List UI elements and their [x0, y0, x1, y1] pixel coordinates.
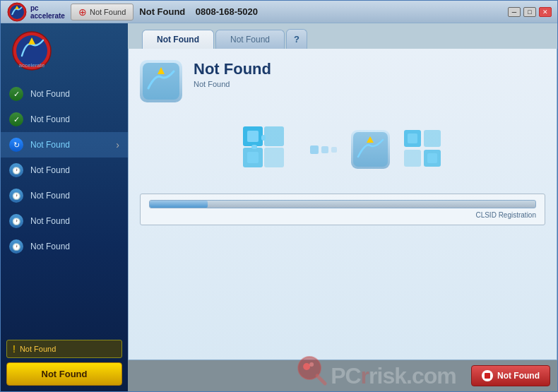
magnifier-icon — [294, 352, 329, 388]
bottom-action-button[interactable]: Not Found — [471, 365, 550, 386]
svg-line-30 — [317, 376, 325, 384]
minimize-button[interactable]: ─ — [508, 7, 521, 17]
panel-subtitle: Not Found — [194, 80, 271, 88]
pcrisk-suffix: risk.com — [369, 363, 456, 388]
panel-title-area: Not Found Not Found — [194, 60, 271, 88]
sidebar-logo-icon: accelerate — [9, 30, 55, 71]
svg-rect-11 — [247, 131, 259, 142]
app-icon-center — [351, 130, 390, 169]
svg-rect-15 — [264, 148, 284, 167]
tab2-label: Not Found — [230, 35, 270, 44]
right-panel: Not Found Not Found ? — [128, 23, 557, 391]
sidebar-label-0: Not Found — [30, 89, 119, 99]
clock-icon-5: 🕐 — [9, 214, 23, 228]
pcrisk-text-main: PCrrisk.com — [331, 363, 456, 389]
svg-point-29 — [309, 362, 314, 367]
svg-rect-16 — [261, 135, 266, 141]
tab-help-label: ? — [294, 34, 299, 44]
icons-row — [140, 126, 545, 172]
main-window: pcaccelerate ⊕ Not Found Not Found 0808-… — [0, 0, 558, 392]
tab-help[interactable]: ? — [286, 29, 307, 49]
svg-rect-12 — [264, 126, 284, 146]
app-title-text: Not Found — [139, 6, 185, 17]
svg-text:accelerate: accelerate — [19, 62, 45, 69]
progress-label: CLSID Registration — [149, 211, 536, 219]
checkmark-icon-0: ✓ — [9, 87, 23, 101]
panel-content: Not Found Not Found — [128, 49, 557, 360]
puzzle-icon-right — [404, 130, 443, 169]
svg-rect-14 — [247, 152, 259, 163]
svg-rect-26 — [427, 153, 437, 163]
progress-area: CLSID Registration — [140, 194, 545, 225]
app-icon-large — [140, 60, 182, 102]
sidebar-item-1[interactable]: ✓ Not Found — [1, 107, 128, 132]
progress-bar-background — [149, 200, 536, 208]
titlebar-title: Not Found 0808-168-5020 — [139, 6, 502, 17]
sidebar-item-5[interactable]: 🕐 Not Found — [1, 208, 128, 234]
tab1-label: Not Found — [157, 35, 199, 44]
checkmark-icon-1: ✓ — [9, 112, 23, 126]
pcrisk-dot-char: r — [361, 363, 369, 388]
close-button[interactable]: ✕ — [539, 7, 552, 17]
stop-icon — [482, 370, 493, 381]
progress-bar-fill — [150, 201, 208, 208]
logo-icon — [6, 2, 28, 22]
tab-1[interactable]: Not Found — [142, 30, 214, 49]
sidebar: accelerate ✓ Not Found ✓ Not Found — [1, 23, 128, 391]
app-logo: pcaccelerate — [6, 2, 65, 22]
tabs-bar: Not Found Not Found ? — [128, 23, 557, 49]
svg-rect-17 — [251, 145, 257, 149]
puzzle-icon-left — [243, 126, 296, 172]
refresh-icon-2: ↻ — [9, 138, 23, 152]
pcrisk-pc: PC — [331, 363, 360, 388]
sidebar-item-2[interactable]: ↻ Not Found › — [1, 132, 128, 158]
clock-icon-3: 🕐 — [9, 163, 23, 177]
sidebar-action-button[interactable]: Not Found — [6, 362, 122, 386]
titlebar: pcaccelerate ⊕ Not Found Not Found 0808-… — [1, 1, 557, 23]
scan-button-label: Not Found — [90, 8, 126, 16]
stop-icon-inner — [485, 373, 490, 379]
scan-button[interactable]: ⊕ Not Found — [71, 4, 133, 20]
sidebar-label-5: Not Found — [30, 216, 119, 226]
sidebar-item-3[interactable]: 🕐 Not Found — [1, 158, 128, 183]
sidebar-label-2: Not Found — [30, 140, 109, 150]
sidebar-logo: accelerate — [1, 23, 128, 78]
clock-icon-6: 🕐 — [9, 239, 23, 254]
sidebar-action-label: Not Found — [42, 369, 88, 379]
maximize-button[interactable]: □ — [523, 7, 536, 17]
bottom-action-label: Not Found — [497, 371, 540, 381]
warning-text: Not Found — [20, 345, 56, 353]
svg-rect-23 — [404, 150, 421, 167]
bottom-bar: PCrrisk.com Not Found — [128, 360, 557, 391]
sidebar-item-4[interactable]: 🕐 Not Found — [1, 183, 128, 208]
sidebar-item-0[interactable]: ✓ Not Found — [1, 81, 128, 107]
sidebar-label-1: Not Found — [30, 114, 119, 124]
dots-row — [310, 145, 337, 154]
sidebar-bottom: ! Not Found Not Found — [1, 334, 128, 391]
warning-icon: ! — [13, 343, 16, 355]
sidebar-label-6: Not Found — [30, 242, 119, 251]
panel-title: Not Found — [194, 60, 271, 78]
pcrisk-logo: PCrrisk.com — [294, 358, 456, 391]
clock-icon-4: 🕐 — [9, 189, 23, 203]
tab-2[interactable]: Not Found — [215, 30, 285, 49]
sidebar-arrow-2: › — [116, 139, 119, 150]
svg-rect-25 — [408, 133, 417, 143]
panel-header: Not Found Not Found — [140, 60, 545, 102]
sidebar-item-6[interactable]: 🕐 Not Found — [1, 234, 128, 259]
sidebar-label-3: Not Found — [30, 165, 119, 175]
phone-number: 0808-168-5020 — [196, 6, 258, 17]
sidebar-warning: ! Not Found — [6, 340, 122, 358]
window-controls: ─ □ ✕ — [508, 7, 552, 17]
sidebar-label-4: Not Found — [30, 191, 119, 201]
main-content: accelerate ✓ Not Found ✓ Not Found — [1, 23, 557, 391]
sidebar-nav: ✓ Not Found ✓ Not Found ↻ Not Found › — [1, 78, 128, 334]
svg-rect-22 — [424, 130, 441, 147]
svg-point-28 — [303, 363, 310, 370]
